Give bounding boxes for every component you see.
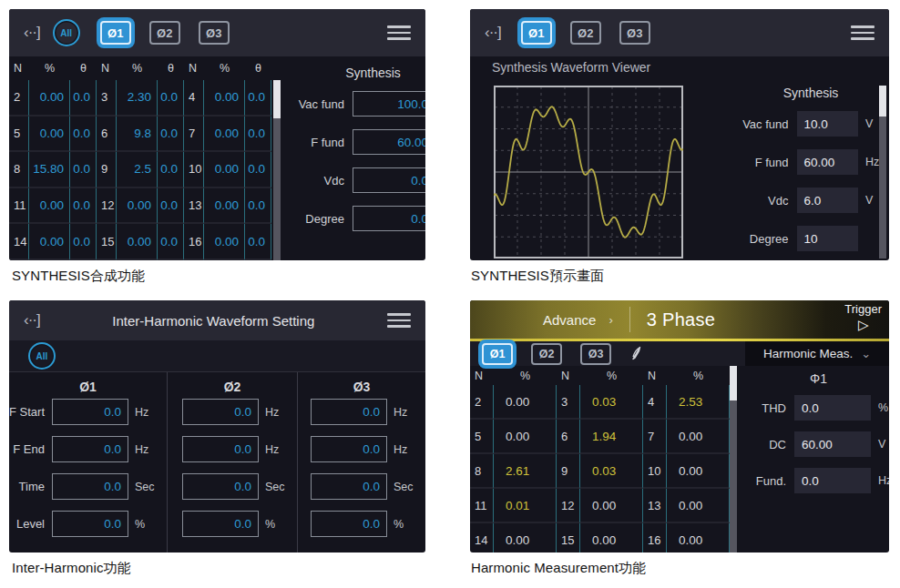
theta-cell[interactable]: 0.0 [245, 152, 271, 188]
value-field[interactable]: 0.0 [52, 436, 128, 462]
table-scrollbar[interactable] [730, 366, 737, 553]
value-field[interactable]: 0.0 [311, 399, 387, 425]
back-icon[interactable]: ‹··] [24, 24, 40, 42]
f-start-label: F Start [9, 405, 45, 419]
back-icon[interactable]: ‹··] [485, 24, 501, 42]
value-field[interactable]: 0.0 [52, 511, 128, 537]
percent-cell[interactable]: 0.00 [117, 188, 158, 225]
harmonic-order-cell: 5 [470, 420, 494, 454]
field-row: Vdc0.0V [288, 167, 425, 193]
theta-cell[interactable]: 0.0 [158, 188, 184, 225]
theta-cell[interactable]: 0.0 [158, 80, 184, 117]
scrollbar-thumb[interactable] [730, 366, 737, 400]
table-header: N%N%N% [470, 366, 730, 385]
vdc-field[interactable]: 6.0 [797, 188, 859, 213]
panel-scrollbar[interactable] [879, 86, 886, 259]
scrollbar-thumb[interactable] [879, 86, 886, 117]
value-field[interactable]: 0.0 [52, 473, 128, 500]
percent-cell[interactable]: 0.00 [29, 224, 70, 260]
phase-tab-3[interactable]: Ø3 [199, 21, 230, 45]
field-row: DC60.00V [744, 431, 889, 457]
percent-cell[interactable]: 0.00 [117, 224, 158, 260]
percent-cell[interactable]: 2.5 [117, 152, 158, 188]
percent-cell[interactable]: 0.00 [29, 80, 70, 117]
degree-field[interactable]: 0.0 [353, 206, 425, 231]
theta-cell[interactable]: 0.0 [158, 152, 184, 188]
measurement-table: N%N%N%20.0030.0342.5350.0061.9470.0082.6… [470, 366, 730, 553]
table-scrollbar[interactable] [273, 80, 281, 260]
phase-tab-3[interactable]: Ø3 [580, 343, 611, 365]
percent-cell[interactable]: 0.00 [204, 117, 245, 153]
phase-column-2: Ø20.0Hz0.0Hz0.0Sec0.0% [167, 372, 297, 553]
phase-tab-3[interactable]: Ø3 [619, 21, 650, 45]
theta-cell[interactable]: 0.0 [158, 224, 184, 260]
f-fund-field[interactable]: 60.00 [353, 129, 425, 155]
value-field[interactable]: 0.0 [182, 473, 259, 500]
value-field[interactable]: 0.0 [311, 473, 387, 500]
field-row: F fund60.00Hz [288, 129, 425, 155]
harmonics-table: N%θN%θN%θ20.000.032.300.040.000.050.000.… [9, 56, 273, 260]
percent-cell[interactable]: 0.00 [204, 224, 245, 260]
field-row: Vdc6.0V [741, 188, 880, 213]
theta-cell[interactable]: 0.0 [70, 80, 97, 117]
measurement-body: N%N%N%20.0030.0342.5350.0061.9470.0082.6… [470, 366, 889, 553]
phase-tab-1[interactable]: Ø1 [482, 343, 513, 365]
side-panel-title: Synthesis [741, 86, 880, 100]
theta-cell[interactable]: 0.0 [70, 152, 97, 188]
theta-cell[interactable]: 0.0 [70, 117, 97, 153]
trigger-play-icon[interactable]: ▷ [844, 317, 882, 334]
percent-cell[interactable]: 2.30 [117, 80, 158, 117]
unit-label: Sec [135, 481, 159, 493]
back-icon[interactable]: ‹··] [24, 311, 40, 329]
field-row: Vac fund10.0V [741, 111, 880, 137]
theta-cell[interactable]: 0.0 [158, 117, 184, 153]
phase-tab-2[interactable]: Ø2 [149, 21, 180, 45]
percent-cell[interactable]: 0.00 [204, 80, 245, 117]
vac-fund-field[interactable]: 100.0 [353, 91, 425, 117]
value-field[interactable]: 0.0 [182, 511, 259, 537]
theta-cell[interactable]: 0.0 [245, 80, 271, 117]
breadcrumb-menu[interactable]: Advance [543, 312, 596, 328]
percent-cell[interactable]: 0.00 [204, 188, 245, 225]
phase-tab-1[interactable]: Ø1 [521, 21, 552, 45]
vac-fund-field[interactable]: 10.0 [797, 111, 859, 137]
percent-value-cell: 0.03 [580, 454, 643, 489]
page-title: 3 Phase [647, 309, 716, 330]
menu-icon[interactable] [387, 313, 411, 328]
thd-field[interactable]: 0.0 [794, 395, 871, 421]
value-field[interactable]: 0.0 [311, 436, 387, 462]
percent-cell[interactable]: 0.00 [204, 152, 245, 188]
vdc-field[interactable]: 0.0 [353, 167, 425, 193]
menu-icon[interactable] [387, 25, 411, 40]
menu-icon[interactable] [851, 25, 874, 40]
dc-field[interactable]: 60.00 [794, 431, 871, 457]
all-phases-button[interactable]: All [53, 19, 80, 46]
degree-field[interactable]: 10 [797, 226, 859, 251]
theta-cell[interactable]: 0.0 [70, 224, 97, 260]
fund-field[interactable]: 0.0 [794, 468, 871, 493]
value-field[interactable]: 0.0 [182, 399, 259, 425]
all-phases-button[interactable]: All [28, 342, 56, 370]
f-fund-field[interactable]: 60.00 [797, 149, 859, 175]
theta-cell[interactable]: 0.0 [245, 117, 271, 153]
unit-label: Sec [265, 481, 289, 493]
percent-cell[interactable]: 0.00 [29, 117, 70, 153]
phase-tab-2[interactable]: Ø2 [570, 21, 601, 45]
value-field[interactable]: 0.0 [182, 436, 259, 462]
edit-pencil-icon[interactable] [628, 345, 646, 363]
theta-cell[interactable]: 0.0 [70, 188, 97, 225]
trigger-control[interactable]: Trigger ▷ [844, 302, 882, 334]
percent-cell[interactable]: 0.00 [29, 188, 70, 225]
harmonic-order-cell: 7 [643, 420, 667, 454]
measurement-mode-dropdown[interactable]: Harmonic Meas. ⌄ [745, 341, 889, 366]
value-field[interactable]: 0.0 [311, 511, 387, 537]
theta-cell[interactable]: 0.0 [245, 224, 271, 260]
scrollbar-thumb[interactable] [273, 80, 281, 118]
theta-cell[interactable]: 0.0 [245, 188, 271, 225]
value-field[interactable]: 0.0 [52, 399, 128, 425]
phase-tab-1[interactable]: Ø1 [100, 21, 131, 45]
percent-cell[interactable]: 9.8 [117, 117, 158, 153]
field-row: F fund60.00Hz [741, 149, 880, 175]
percent-cell[interactable]: 15.80 [29, 152, 70, 188]
phase-tab-2[interactable]: Ø2 [531, 343, 562, 365]
